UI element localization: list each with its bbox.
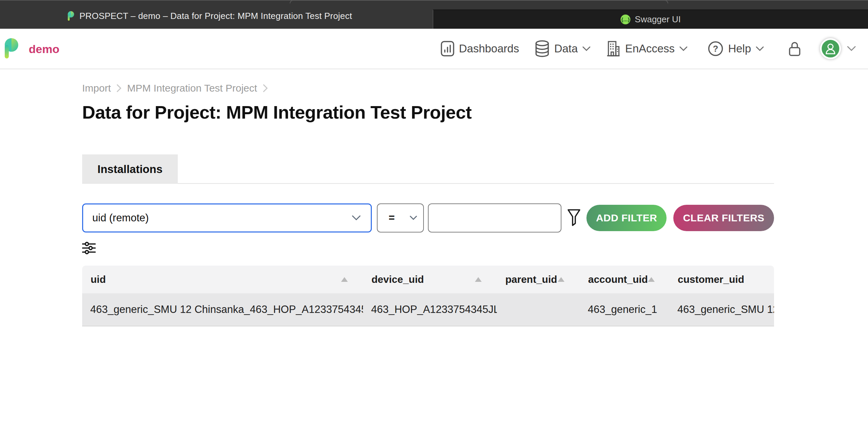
nav-label: Data xyxy=(554,42,578,55)
funnel-filter-icon[interactable] xyxy=(567,209,581,227)
chevron-down-icon xyxy=(352,215,361,221)
filter-field-value: uid (remote) xyxy=(92,212,149,224)
installations-table: uid device_uid parent_uid account_uid cu… xyxy=(82,266,774,326)
browser-tab-prospect[interactable]: PROSPECT – demo – Data for Project: MPM … xyxy=(67,3,352,29)
filter-value-input[interactable] xyxy=(428,203,561,232)
column-header-parent-uid[interactable]: parent_uid xyxy=(497,266,580,293)
column-header-customer-uid[interactable]: customer_uid xyxy=(669,266,774,293)
table-header-row: uid device_uid parent_uid account_uid cu… xyxy=(82,266,774,293)
nav-item-help[interactable]: ? Help xyxy=(708,41,764,56)
app-header: demo Dashboards xyxy=(0,29,868,69)
browser-tab-title: Swagger UI xyxy=(635,14,681,25)
add-filter-button[interactable]: ADD FILTER xyxy=(586,205,667,231)
prospect-logo[interactable] xyxy=(3,38,18,60)
table-row[interactable]: 463_generic_SMU 12 Chinsanka_463_HOP_A12… xyxy=(82,293,774,326)
filter-operator-value: = xyxy=(389,212,395,224)
lock-icon[interactable] xyxy=(788,41,801,57)
page-title: Data for Project: MPM Integration Test P… xyxy=(82,102,774,123)
chevron-down-icon xyxy=(847,46,856,51)
sort-asc-icon xyxy=(558,277,564,282)
chevron-down-icon xyxy=(582,46,590,51)
tabs-row: Installations xyxy=(82,154,774,184)
chevron-down-icon xyxy=(756,46,764,51)
browser-tab-swagger[interactable]: {…} Swagger UI xyxy=(433,9,868,29)
browser-tab-bar: PROSPECT – demo – Data for Project: MPM … xyxy=(0,0,868,29)
column-settings-button[interactable] xyxy=(82,241,96,255)
column-header-account-uid[interactable]: account_uid xyxy=(580,266,669,293)
cell-customer-uid: 463_generic_SMU 12 xyxy=(669,303,774,316)
sort-asc-icon xyxy=(341,277,348,282)
breadcrumb-item-project[interactable]: MPM Integration Test Project xyxy=(127,82,257,94)
help-circle-icon: ? xyxy=(708,41,723,56)
swagger-icon: {…} xyxy=(621,15,630,24)
cell-account-uid: 463_generic_1 xyxy=(580,303,669,316)
bar-chart-icon xyxy=(441,41,454,56)
tab-installations[interactable]: Installations xyxy=(82,154,178,184)
cell-uid: 463_generic_SMU 12 Chinsanka_463_HOP_A12… xyxy=(82,303,363,316)
nav-item-data[interactable]: Data xyxy=(535,40,591,57)
clear-filters-button[interactable]: CLEAR FILTERS xyxy=(673,205,774,231)
filter-operator-select[interactable]: = xyxy=(377,203,424,232)
svg-text:?: ? xyxy=(713,44,718,54)
database-icon xyxy=(535,40,550,57)
main-nav: Dashboards Data xyxy=(441,29,856,69)
nav-label: EnAccess xyxy=(625,42,675,55)
nav-label: Dashboards xyxy=(459,42,519,55)
breadcrumb: Import MPM Integration Test Project xyxy=(82,82,774,94)
chevron-right-icon xyxy=(263,84,268,92)
sort-asc-icon xyxy=(648,277,655,282)
chevron-down-icon xyxy=(679,46,688,51)
brand-name[interactable]: demo xyxy=(29,43,59,56)
prospect-favicon xyxy=(67,11,74,21)
building-icon xyxy=(606,41,620,57)
filter-row: uid (remote) = ADD FILTER CLEAR FILTERS xyxy=(82,203,774,232)
column-header-uid[interactable]: uid xyxy=(82,266,363,293)
avatar xyxy=(820,38,841,59)
page-content: Import MPM Integration Test Project Data… xyxy=(82,69,774,326)
chevron-down-icon xyxy=(410,216,417,220)
user-menu[interactable] xyxy=(820,38,856,59)
chevron-right-icon xyxy=(117,84,121,92)
breadcrumb-item-import[interactable]: Import xyxy=(82,82,111,94)
column-header-device-uid[interactable]: device_uid xyxy=(363,266,497,293)
cell-device-uid: 463_HOP_A1233754345JL xyxy=(363,303,497,316)
browser-tab-title: PROSPECT – demo – Data for Project: MPM … xyxy=(79,11,352,21)
nav-item-enaccess[interactable]: EnAccess xyxy=(606,41,688,57)
filter-field-select[interactable]: uid (remote) xyxy=(82,203,372,232)
nav-label: Help xyxy=(728,42,751,55)
nav-item-dashboards[interactable]: Dashboards xyxy=(441,41,519,56)
sort-asc-icon xyxy=(475,277,482,282)
